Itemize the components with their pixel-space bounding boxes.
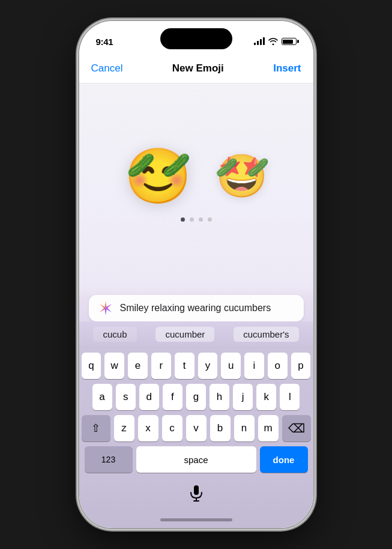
secondary-emoji[interactable]: 🤩 🥒 🥒 (216, 155, 268, 197)
phone-frame: 9:41 Cancel New (79, 21, 313, 528)
page-dot-4 (208, 217, 212, 222)
key-o[interactable]: o (268, 353, 288, 379)
signal-icon (254, 38, 265, 45)
emoji-row: 😊 🥒 🥒 🤩 🥒 🥒 (124, 149, 268, 203)
page-dot-3 (199, 217, 203, 222)
key-s[interactable]: s (116, 384, 136, 410)
key-e[interactable]: e (128, 353, 148, 379)
key-i[interactable]: i (244, 353, 264, 379)
key-p[interactable]: p (291, 353, 311, 379)
keyboard: q w e r t y u i o p a s d f g (79, 348, 313, 480)
emoji-display-area: 😊 🥒 🥒 🤩 🥒 🥒 (79, 83, 313, 287)
key-m[interactable]: m (258, 415, 279, 441)
numbers-key[interactable]: 123 (85, 446, 133, 473)
search-section: Smiley relaxing wearing cucumbers (79, 287, 313, 321)
key-f[interactable]: f (163, 384, 182, 410)
autocomplete-word-2[interactable]: cucumber (155, 327, 214, 342)
key-d[interactable]: d (139, 384, 159, 410)
autocomplete-word-3[interactable]: cucumber's (234, 327, 298, 342)
key-b[interactable]: b (210, 415, 231, 441)
done-key[interactable]: done (260, 446, 308, 473)
shift-key[interactable]: ⇧ (82, 415, 110, 441)
nav-title: New Emoji (172, 62, 224, 74)
space-key[interactable]: space (136, 446, 256, 473)
key-x[interactable]: x (138, 415, 158, 441)
key-z[interactable]: z (114, 415, 134, 441)
microphone-icon[interactable] (188, 485, 205, 502)
key-r[interactable]: r (151, 353, 171, 379)
nav-bar: Cancel New Emoji Insert (79, 53, 313, 83)
key-u[interactable]: u (221, 353, 241, 379)
genmoji-icon (97, 300, 114, 317)
bottom-bar (79, 480, 313, 511)
key-n[interactable]: n (234, 415, 255, 441)
insert-button[interactable]: Insert (273, 62, 301, 74)
page-dots (181, 217, 212, 222)
key-q[interactable]: q (82, 353, 101, 379)
wifi-icon (268, 38, 278, 45)
key-c[interactable]: c (162, 415, 182, 441)
key-h[interactable]: h (210, 384, 229, 410)
keyboard-row-3: ⇧ z x c v b n m ⌫ (82, 415, 311, 441)
key-t[interactable]: t (175, 353, 194, 379)
home-pill (160, 518, 232, 521)
keyboard-row-4: 123 space done (82, 446, 311, 473)
home-indicator (79, 511, 313, 528)
key-y[interactable]: y (198, 353, 218, 379)
autocomplete-bar: cucub cucumber cucumber's (79, 321, 313, 348)
delete-key[interactable]: ⌫ (282, 415, 311, 441)
key-l[interactable]: l (280, 384, 300, 410)
keyboard-row-2: a s d f g h j k l (82, 384, 311, 410)
cancel-button[interactable]: Cancel (91, 62, 123, 74)
key-j[interactable]: j (233, 384, 253, 410)
dynamic-island (160, 28, 232, 49)
page-dot-2 (190, 217, 194, 222)
key-v[interactable]: v (186, 415, 207, 441)
svg-rect-0 (194, 485, 199, 495)
status-icons (254, 38, 297, 45)
key-w[interactable]: w (104, 353, 124, 379)
keyboard-row-1: q w e r t y u i o p (82, 353, 311, 379)
search-bar[interactable]: Smiley relaxing wearing cucumbers (89, 295, 304, 321)
status-time: 9:41 (96, 37, 113, 47)
autocomplete-word-1[interactable]: cucub (93, 327, 136, 342)
key-k[interactable]: k (256, 384, 276, 410)
search-input-text[interactable]: Smiley relaxing wearing cucumbers (120, 303, 295, 314)
page-dot-1 (181, 217, 185, 222)
primary-emoji[interactable]: 😊 🥒 🥒 (124, 149, 191, 203)
key-a[interactable]: a (92, 384, 112, 410)
key-g[interactable]: g (186, 384, 206, 410)
battery-icon (282, 38, 297, 45)
